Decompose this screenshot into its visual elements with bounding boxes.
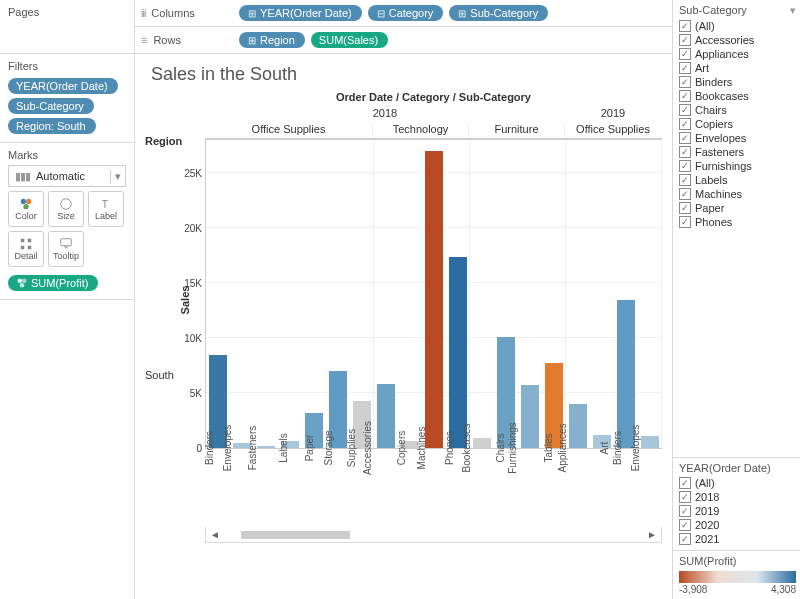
checkbox-item[interactable]: ✓2021 — [679, 532, 796, 546]
bar-column[interactable]: Fasteners — [254, 140, 278, 448]
year-filter-card: YEAR(Order Date) ✓(All)✓2018✓2019✓2020✓2… — [673, 458, 800, 551]
check-icon: ✓ — [679, 188, 691, 200]
svg-text:T: T — [102, 198, 109, 210]
columns-icon: iii — [141, 7, 145, 19]
scroll-right-icon[interactable]: ► — [643, 529, 661, 540]
checkbox-item[interactable]: ✓Paper — [679, 201, 796, 215]
scroll-left-icon[interactable]: ◄ — [206, 529, 224, 540]
y-axis-label: Sales — [179, 286, 191, 315]
checkbox-item[interactable]: ✓Envelopes — [679, 131, 796, 145]
bar-column[interactable]: Envelopes — [230, 140, 254, 448]
svg-point-3 — [61, 199, 72, 210]
bar-column[interactable]: Furnishings — [518, 140, 542, 448]
checkbox-item[interactable]: ✓Accessories — [679, 33, 796, 47]
checkbox-item[interactable]: ✓Binders — [679, 75, 796, 89]
svg-rect-6 — [28, 239, 32, 243]
mark-type-select[interactable]: ▮▮▮ Automatic — [8, 165, 126, 187]
chart-plot[interactable]: Order Date / Category / Sub-Category 201… — [205, 91, 662, 599]
bar[interactable] — [257, 446, 275, 448]
checkbox-item[interactable]: ✓(All) — [679, 476, 796, 490]
checkbox-item[interactable]: ✓Chairs — [679, 103, 796, 117]
pages-title: Pages — [8, 6, 126, 18]
checkbox-item[interactable]: ✓Bookcases — [679, 89, 796, 103]
columns-shelf[interactable]: iiiColumns ⊞YEAR(Order Date)⊟Category⊞Su… — [135, 0, 672, 27]
scroll-thumb[interactable] — [241, 531, 350, 539]
bar-column[interactable]: Tables — [542, 140, 566, 448]
checkbox-item[interactable]: ✓Phones — [679, 215, 796, 229]
filters-title: Filters — [8, 60, 126, 72]
bar-column[interactable]: Supplies — [350, 140, 374, 448]
checkbox-item[interactable]: ✓Furnishings — [679, 159, 796, 173]
check-icon: ✓ — [679, 216, 691, 228]
checkbox-item[interactable]: ✓2018 — [679, 490, 796, 504]
bar-column[interactable]: Labels — [278, 140, 302, 448]
shelf-pill[interactable]: SUM(Sales) — [311, 32, 388, 48]
filter-pill[interactable]: YEAR(Order Date) — [8, 78, 118, 94]
filter-pill[interactable]: Region: South — [8, 118, 96, 134]
h-scrollbar[interactable]: ◄ ► — [205, 527, 662, 543]
shelf-pill[interactable]: ⊞YEAR(Order Date) — [239, 5, 362, 21]
checkbox-item[interactable]: ✓Appliances — [679, 47, 796, 61]
x-tick-label: Bookcases — [458, 424, 472, 473]
mark-color-button[interactable]: Color — [8, 191, 44, 227]
mark-detail-button[interactable]: Detail — [8, 231, 44, 267]
bar-column[interactable]: Envelopes — [638, 140, 662, 448]
bar-column[interactable]: Paper — [302, 140, 326, 448]
checkbox-item[interactable]: ✓Labels — [679, 173, 796, 187]
mark-pill-profit[interactable]: SUM(Profit) — [8, 275, 98, 291]
bar-column[interactable]: Machines — [422, 140, 446, 448]
check-icon: ✓ — [679, 146, 691, 158]
bar-column[interactable]: Appliances — [566, 140, 590, 448]
checkbox-item[interactable]: ✓Machines — [679, 187, 796, 201]
shelf-pill[interactable]: ⊟Category — [368, 5, 444, 21]
category-header: Office Supplies — [205, 123, 373, 138]
bar-column[interactable]: Art — [590, 140, 614, 448]
checkbox-item[interactable]: ✓Copiers — [679, 117, 796, 131]
left-panel: Pages Filters YEAR(Order Date)Sub-Catego… — [0, 0, 135, 599]
bar[interactable] — [569, 404, 587, 448]
bar[interactable] — [425, 151, 443, 448]
check-icon: ✓ — [679, 132, 691, 144]
x-tick-label: Accessories — [359, 421, 373, 475]
shelf-pill[interactable]: ⊞Sub-Category — [449, 5, 548, 21]
check-icon: ✓ — [679, 118, 691, 130]
bar-column[interactable]: Storage — [326, 140, 350, 448]
year-header: 2019 — [565, 107, 661, 123]
x-tick-label: Appliances — [554, 424, 568, 473]
mark-label-button[interactable]: T Label — [88, 191, 124, 227]
bar-column[interactable]: Accessories — [374, 140, 398, 448]
bar-column[interactable]: Copiers — [398, 140, 422, 448]
bar-column[interactable]: Bookcases — [470, 140, 494, 448]
checkbox-item[interactable]: ✓Art — [679, 61, 796, 75]
checkbox-item[interactable]: ✓(All) — [679, 19, 796, 33]
svg-point-0 — [21, 199, 26, 204]
rows-shelf[interactable]: ≡Rows ⊞RegionSUM(Sales) — [135, 27, 672, 54]
pages-card: Pages — [0, 0, 134, 54]
shelf-pill[interactable]: ⊞Region — [239, 32, 305, 48]
rows-icon: ≡ — [141, 34, 147, 46]
mark-type-label: Automatic — [36, 170, 85, 182]
svg-point-12 — [20, 283, 25, 288]
x-tick-label: Supplies — [342, 429, 356, 467]
svg-point-11 — [22, 279, 27, 284]
bar-column[interactable]: Phones — [446, 140, 470, 448]
checkbox-item[interactable]: ✓2019 — [679, 504, 796, 518]
x-tick-label: Storage — [320, 430, 334, 465]
marks-title: Marks — [8, 149, 126, 161]
filter-pill[interactable]: Sub-Category — [8, 98, 94, 114]
category-header: Office Supplies — [565, 123, 661, 138]
bar-column[interactable]: Chairs — [494, 140, 518, 448]
bar[interactable] — [449, 257, 467, 448]
gear-icon[interactable]: ▾ — [790, 4, 796, 17]
checkbox-item[interactable]: ✓Fasteners — [679, 145, 796, 159]
mark-tooltip-button[interactable]: Tooltip — [48, 231, 84, 267]
x-tick-label: Phones — [441, 431, 455, 465]
bar-column[interactable]: Binders — [206, 140, 230, 448]
mark-size-button[interactable]: Size — [48, 191, 84, 227]
bar[interactable] — [641, 436, 659, 448]
bar-column[interactable]: Binders — [614, 140, 638, 448]
check-icon: ✓ — [679, 76, 691, 88]
bar[interactable] — [521, 385, 539, 448]
bar[interactable] — [473, 438, 491, 448]
checkbox-item[interactable]: ✓2020 — [679, 518, 796, 532]
